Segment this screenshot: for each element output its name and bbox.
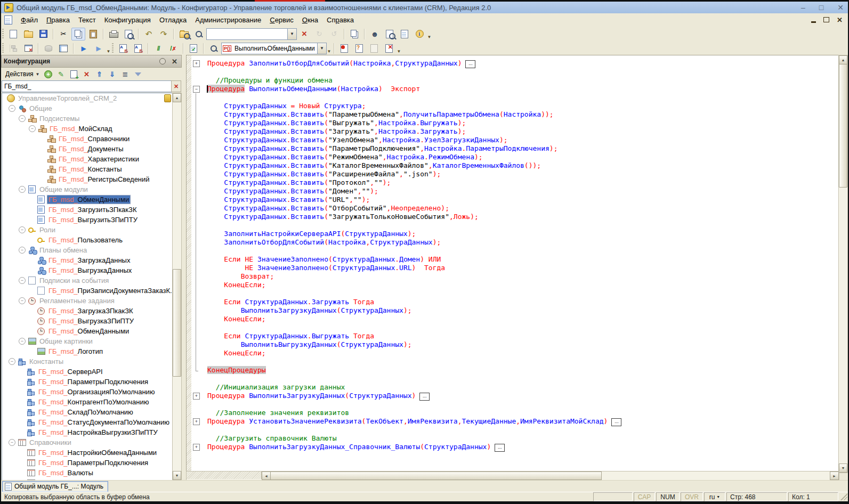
- code-line[interactable]: −Процедура ВыполнитьОбменДанными(Настрой…: [191, 85, 839, 93]
- title-bar[interactable]: Общий модуль ГБ_msd_ОбменДанными: Модуль…: [1, 2, 848, 13]
- collapse-icon[interactable]: −: [19, 297, 26, 304]
- code-line[interactable]: СтруктураДанных.Вставить("Выгружать",Нас…: [191, 119, 839, 127]
- chevron-down-icon[interactable]: ▼: [287, 29, 296, 39]
- tree-item[interactable]: −Планы обмена: [2, 245, 173, 255]
- code-line[interactable]: [191, 289, 839, 298]
- cut-button[interactable]: ✂: [56, 28, 70, 40]
- continue-debugging-button[interactable]: ▶: [92, 42, 106, 55]
- toolbar-overflow-chevron-icon[interactable]: ▼: [427, 28, 432, 40]
- tree-item[interactable]: −Подсистемы: [2, 113, 173, 124]
- code-line[interactable]: [191, 221, 839, 230]
- resize-grip[interactable]: [840, 493, 847, 500]
- collapse-fold-icon[interactable]: −: [193, 86, 200, 93]
- collapsed-body-button[interactable]: ...: [465, 60, 475, 68]
- filter-input[interactable]: ГБ_msd_: [2, 80, 172, 92]
- menu-2[interactable]: Текст: [74, 14, 100, 26]
- code-line[interactable]: КонецЕсли;: [191, 349, 839, 357]
- database-update-button[interactable]: [42, 42, 55, 55]
- pin-icon[interactable]: [159, 58, 166, 64]
- code-line[interactable]: [191, 68, 839, 76]
- new-document-button[interactable]: [6, 28, 20, 40]
- code-line[interactable]: [191, 400, 839, 409]
- toolbar-grip[interactable]: [2, 43, 4, 54]
- code-line[interactable]: КонецЕсли;: [191, 315, 839, 323]
- menu-5[interactable]: Администрирование: [191, 14, 265, 26]
- code-line[interactable]: СтруктураДанных.Вставить("ОтборСобытий",…: [191, 204, 839, 213]
- clear-filter-button[interactable]: ✕: [171, 80, 181, 92]
- tree-item[interactable]: ГБ_msd_Справочники: [2, 134, 173, 144]
- window-list-button[interactable]: [347, 28, 361, 40]
- find-button[interactable]: [192, 28, 206, 40]
- tree-item[interactable]: ГБ_msd_СерверAPI: [2, 367, 173, 377]
- mdi-close-icon[interactable]: ✕: [837, 17, 843, 23]
- code-line[interactable]: НЕ ЗначениеЗаполнено(СтруктураДанных.URL…: [191, 264, 839, 272]
- code-line[interactable]: Если СтруктураДанных.Загружать Тогда: [191, 298, 839, 306]
- scroll-left-icon[interactable]: ◄: [262, 472, 271, 480]
- tree-item[interactable]: ГБ_msd_ЗагрузкаЗПкакЗК: [2, 306, 173, 316]
- code-line[interactable]: Возврат;: [191, 272, 839, 281]
- code-line[interactable]: СтруктураДанных = Новый Структура;: [191, 102, 839, 110]
- configuration-properties-button[interactable]: [56, 42, 70, 55]
- tree-item[interactable]: ГБ_msd_ПриЗаписиДокументаЗаказК...: [2, 286, 173, 296]
- tree-scroll-thumb[interactable]: [173, 269, 181, 377]
- code-line[interactable]: СтруктураДанных.Вставить("ПараметрыОбмен…: [191, 110, 839, 119]
- tree-item[interactable]: −Общие картинки: [2, 336, 173, 346]
- remove-all-breakpoints-button[interactable]: ✕: [382, 42, 396, 55]
- search-prev-button[interactable]: ↺: [327, 28, 341, 40]
- collapse-icon[interactable]: −: [19, 247, 26, 254]
- syntax-assistant-button[interactable]: ☻: [368, 28, 382, 40]
- open-file-button[interactable]: [21, 28, 35, 40]
- print-button[interactable]: [107, 28, 120, 40]
- toolbar-overflow-chevron-icon[interactable]: ▼: [106, 42, 111, 55]
- collapsed-body-button[interactable]: ...: [419, 393, 430, 401]
- tree-item[interactable]: −Роли: [2, 225, 173, 235]
- tree-item[interactable]: ГБ_msd_СкладПоУмолчанию: [2, 407, 173, 417]
- scroll-up-icon[interactable]: ▲: [839, 55, 847, 64]
- code-line[interactable]: ВыполнитьВыгрузкуДанных(СтруктураДанных)…: [191, 340, 839, 349]
- tree-item[interactable]: ГБ_msd_КонтрагентПоУмолчанию: [2, 397, 173, 407]
- configuration-tree-button[interactable]: [6, 42, 20, 55]
- code-line[interactable]: СтруктураДанных.Вставить("КаталогВременн…: [191, 161, 839, 170]
- edit-button[interactable]: ✎: [56, 69, 67, 79]
- tree-item[interactable]: ГБ_msd_ВыгрузкаЗПиПТУ: [2, 316, 173, 326]
- collapse-icon[interactable]: −: [19, 115, 26, 122]
- tree-item[interactable]: −Справочники: [2, 437, 173, 448]
- code-line[interactable]: ЗаполнитьНастройкиСервераAPI(СтруктураДа…: [191, 230, 839, 238]
- tree-item[interactable]: ГБ_msd_ВыгрузкаДанных: [2, 265, 173, 275]
- tree-item-selected[interactable]: ГБ_msd_ОбменДанными: [2, 194, 173, 205]
- redo-button[interactable]: ↷: [157, 28, 171, 40]
- scroll-right-icon[interactable]: ►: [830, 472, 839, 480]
- search-combobox[interactable]: ▼: [206, 28, 297, 40]
- disable-breakpoints-button[interactable]: [367, 42, 381, 55]
- tree-item[interactable]: ГБ_msd_ПараметрыПодключения: [2, 458, 173, 468]
- copy-button[interactable]: [71, 28, 85, 40]
- code-line[interactable]: //Процедуры и функции обмена: [191, 76, 839, 85]
- tree-item[interactable]: −ГБ_msd_МойСклад: [2, 124, 173, 134]
- minimize-button[interactable]: –: [801, 4, 805, 11]
- code-line[interactable]: +Процедура УстановитьЗначениеРеквизита(Т…: [191, 417, 839, 426]
- procedures-search-button[interactable]: [207, 42, 221, 55]
- menu-6[interactable]: Сервис: [265, 14, 298, 26]
- code-line[interactable]: //Заполнение значения реквизитов: [191, 409, 839, 417]
- code-line[interactable]: СтруктураДанных.Вставить("РасширениеФайл…: [191, 170, 839, 178]
- scroll-down-icon[interactable]: ▼: [173, 471, 181, 480]
- collapse-icon[interactable]: −: [9, 439, 15, 446]
- code-line[interactable]: КонецПроцедуры: [191, 366, 839, 375]
- code-line[interactable]: СтруктураДанных.Вставить("URL","");: [191, 196, 839, 204]
- code-line[interactable]: СтруктураДанных.Вставить("Домен","");: [191, 187, 839, 196]
- toolbar-grip[interactable]: [112, 43, 114, 54]
- tree-item[interactable]: ГБ_msd_ВыгрузитьЗПиПТУ: [2, 215, 173, 225]
- code-line[interactable]: [191, 247, 839, 255]
- mdi-minimize-icon[interactable]: [811, 21, 816, 23]
- code-area[interactable]: +Процедура ЗаполнитьОтборДляСобытий(Наст…: [191, 55, 839, 472]
- menu-1[interactable]: Правка: [42, 14, 74, 26]
- code-line[interactable]: Если СтруктураДанных.Выгружать Тогда: [191, 332, 839, 340]
- tree-item[interactable]: −Регламентные задания: [2, 296, 173, 306]
- code-line[interactable]: СтруктураДанных.Вставить("ЗагружатьТольк…: [191, 213, 839, 221]
- code-line[interactable]: //Загрузить справочник Валюты: [191, 434, 839, 443]
- collapse-icon[interactable]: −: [19, 277, 26, 284]
- mdi-restore-icon[interactable]: [823, 17, 829, 22]
- tree-item[interactable]: УправлениеТорговлей_CRM_2: [2, 93, 173, 103]
- code-line[interactable]: [191, 375, 839, 383]
- tree-item[interactable]: ГБ_msd_Документы: [2, 144, 173, 154]
